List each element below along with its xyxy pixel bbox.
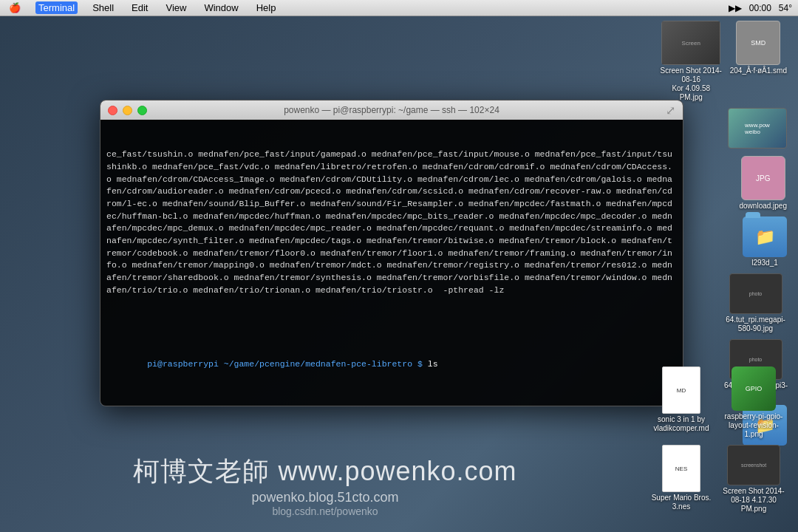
desktop-icon-sonic[interactable]: MD sonic 3 in 1 by vladikcomper.md (648, 366, 715, 439)
screenshot1-thumb: Screen (662, 21, 720, 64)
top-icon-row: Screen Screen Shot 2014-08-16Kor 4.09.58… (660, 21, 787, 102)
main-title: 柯博文老師 www.powenko.com (0, 454, 650, 490)
time-display: 00:00 (749, 3, 771, 13)
desktop-icon-screenshot2[interactable]: screenshot Screen Shot 2014-08-18 4.17.3… (720, 445, 787, 514)
desktop-icon-screenshot2-label: Screen Shot 2014-08-18 4.17.30 PM.png (723, 487, 785, 514)
folder-tab (746, 212, 760, 218)
terminal-scroll-text: ce_fast/tsushin.o mednafen/pce_fast/inpu… (106, 149, 672, 294)
prompt-text-1: pi@raspberrypi ~/game/pcengine/mednafen-… (147, 359, 423, 369)
desktop-icon-download-label: download.jpeg (740, 202, 788, 211)
sub-title: powenko.blog.51cto.com (0, 490, 650, 505)
mario-doc-icon: NES (662, 445, 700, 492)
desktop-icon-mario-label: Super Mario Bros. 3.nes (650, 494, 713, 511)
desktop-icon-download[interactable]: JPG download.jpeg (740, 156, 788, 211)
cmd-text-1: ls (423, 359, 438, 369)
desktop-icon-l293d[interactable]: 📁 l293d_1 (743, 216, 787, 267)
desktop-icon-gpio[interactable]: GPIO raspberry-pi-gpio-layout-revision-1… (720, 366, 787, 439)
desktop-icon-megapi1-label: 64.tut_rpi.megapi-580-90.jpg (724, 316, 787, 333)
desktop-icon-smd[interactable]: SMD 204_Â·f·øÂ1.smd (730, 21, 787, 75)
close-button[interactable] (108, 106, 117, 115)
desktop-icon-gpio-label: raspberry-pi-gpio-layout-revision-1.png (723, 412, 785, 439)
menu-terminal[interactable]: Terminal (35, 1, 78, 14)
smd-label: SMD (749, 38, 767, 48)
menubar: 🍎 Terminal Shell Edit View Window Help ▶… (0, 0, 798, 16)
gpio-icon: GPIO (732, 366, 776, 411)
desktop-icon-megapi1[interactable]: photo 64.tut_rpi.megapi-580-90.jpg (724, 273, 787, 333)
wifi-icon: ▶▶ (729, 3, 742, 13)
menubar-right: ▶▶ 00:00 54° (729, 3, 792, 13)
temp-display: 54° (779, 3, 792, 13)
terminal-titlebar: powenko — pi@raspberrypi: ~/game — ssh —… (100, 100, 683, 120)
smd-icon: SMD (736, 21, 780, 65)
screenshot2-thumb: screenshot (727, 445, 780, 485)
folder-emoji: 📁 (755, 228, 775, 247)
menu-edit[interactable]: Edit (129, 1, 151, 14)
desktop-icon-sonic-label: sonic 3 in 1 by vladikcomper.md (650, 415, 713, 433)
desktop-icon-smd-label: 204_Â·f·øÂ1.smd (730, 66, 787, 75)
l293d-folder-icon: 📁 (743, 216, 787, 257)
desktop-icon-www[interactable]: www.powweibo (728, 108, 787, 150)
prompt-line-1: pi@raspberrypi ~/game/pcengine/mednafen-… (106, 346, 677, 383)
sonic-doc-icon: MD (662, 366, 700, 414)
terminal-body[interactable]: ce_fast/tsushin.o mednafen/pce_fast/inpu… (100, 120, 683, 406)
menu-window[interactable]: Window (201, 1, 241, 14)
desktop-icon-l293d-label: l293d_1 (751, 259, 778, 267)
megapi1-thumb: photo (729, 273, 782, 314)
menu-shell[interactable]: Shell (89, 1, 117, 14)
desktop-icon-mario[interactable]: NES Super Mario Bros. 3.nes (648, 445, 715, 514)
sub-title2: blog.csdn.net/powenko (0, 505, 650, 517)
download-icon: JPG (741, 156, 785, 200)
menu-help[interactable]: Help (253, 1, 279, 14)
terminal-content-wrap: ce_fast/tsushin.o mednafen/pce_fast/inpu… (106, 149, 677, 296)
www-thumb: www.powweibo (728, 108, 787, 149)
terminal-window: powenko — pi@raspberrypi: ~/game — ssh —… (100, 100, 683, 406)
desktop-icon-screenshot1[interactable]: Screen Screen Shot 2014-08-16Kor 4.09.58… (660, 21, 723, 102)
menu-view[interactable]: View (163, 1, 189, 14)
maximize-button[interactable] (137, 106, 147, 115)
bottom-text-area: 柯博文老師 www.powenko.com powenko.blog.51cto… (0, 454, 650, 517)
bottom-right-icons: MD sonic 3 in 1 by vladikcomper.md GPIO … (648, 366, 787, 514)
desktop: 🍎 Terminal Shell Edit View Window Help ▶… (0, 0, 798, 532)
minimize-button[interactable] (123, 106, 132, 115)
terminal-title: powenko — pi@raspberrypi: ~/game — ssh —… (284, 105, 499, 115)
desktop-icon-screenshot1-label: Screen Shot 2014-08-16Kor 4.09.58 PM.jpg (660, 66, 723, 102)
apple-menu[interactable]: 🍎 (6, 1, 24, 14)
